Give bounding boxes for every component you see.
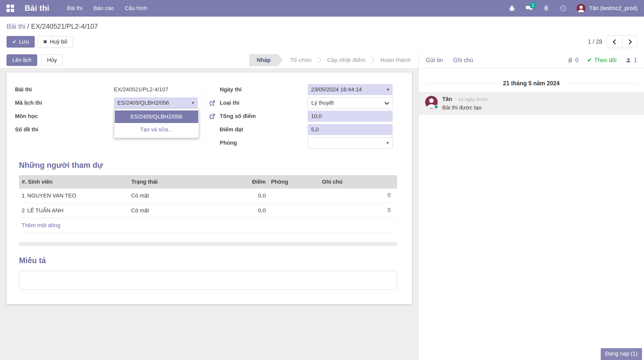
statusbar: Nháp Tổ chức Cập nhật điểm Hoàn thành [249, 54, 418, 66]
send-message-button[interactable]: Gửi tin [426, 57, 443, 64]
screen: Bài thi Bài thi Báo cáo Cấu hình 1 [0, 0, 644, 360]
field-label-diem-dat: Điểm đạt [208, 126, 308, 133]
column-header-ghi-chu[interactable]: Ghi chú [319, 176, 382, 188]
attendance-status: Có mặt [129, 203, 206, 218]
exam-type-select[interactable]: Lý thuyết [308, 97, 393, 108]
check-icon: ✔ [12, 39, 17, 44]
user-menu[interactable]: Tân (testmc2_prod) [577, 4, 637, 13]
breadcrumb-parent[interactable]: Bài thi [7, 23, 25, 30]
score-cell: 0,0 [206, 203, 268, 218]
room-cell [268, 188, 319, 203]
pager-value: 1 / 28 [588, 38, 602, 45]
column-header-diem[interactable]: Điểm [206, 176, 268, 188]
pager: 1 / 28 [588, 35, 637, 48]
note-cell [319, 203, 382, 218]
exam-name-value: EX/240521/PL2-4/107 [114, 86, 169, 93]
follower-person-icon [625, 57, 632, 63]
chatter-message: Tân - 16 ngày trước Bài thi được tạo [419, 92, 644, 115]
user-name: Tân (testmc2_prod) [589, 5, 637, 12]
activity-clock-icon[interactable] [559, 5, 567, 12]
bell-icon[interactable] [542, 5, 550, 12]
breadcrumb-current: EX/240521/PL2-4/107 [31, 23, 98, 30]
delete-row-button[interactable] [386, 207, 392, 213]
dropdown-create-edit-option[interactable]: Tạo và sửa... [114, 123, 199, 136]
attachments-button[interactable]: 0 [567, 57, 579, 64]
online-status-dot [434, 105, 438, 109]
column-header-sinh-vien[interactable]: #. Sinh viên [19, 176, 129, 188]
cancel-button[interactable]: Hủy [41, 54, 63, 66]
field-label-mon-hoc: Môn học [15, 113, 114, 119]
attendees-section-title: Những người tham dự [19, 161, 397, 170]
pager-previous-button[interactable] [607, 36, 622, 48]
caret-down-icon: ▾ [387, 87, 389, 92]
field-label-so-de-thi: Số đề thi [15, 126, 114, 133]
attendee-row[interactable]: 2LÊ TUẤN ANH Có mặt 0,0 [19, 203, 397, 218]
message-author[interactable]: Tân [442, 96, 452, 102]
menu-cau-hinh[interactable]: Cấu hình [125, 5, 147, 12]
menu-bai-thi[interactable]: Bài thi [67, 5, 82, 12]
user-avatar [577, 4, 586, 13]
attendance-status: Có mặt [129, 188, 206, 203]
check-icon: ✔ [587, 57, 592, 64]
form-sheet: Bài thi EX/240521/PL2-4/107 Mã lịch thi … [7, 72, 412, 304]
message-body: Bài thi được tạo [442, 104, 488, 111]
column-header-actions [382, 176, 397, 188]
chevron-down-icon [384, 100, 389, 105]
dropdown-option[interactable]: ES/2405/QLBH2/056 [115, 110, 198, 123]
external-link-icon[interactable] [209, 99, 216, 107]
field-label-ngay-thi: Ngày thi [208, 86, 308, 93]
main-area: Bài thi EX/240521/PL2-4/107 Mã lịch thi … [0, 68, 644, 360]
delete-row-button[interactable] [386, 192, 392, 198]
app-title[interactable]: Bài thi [25, 4, 49, 13]
schedule-button[interactable]: Lên lịch [7, 54, 37, 66]
menu-bao-cao[interactable]: Báo cáo [93, 5, 114, 12]
description-textarea[interactable] [19, 271, 397, 290]
breadcrumb-separator: / [25, 23, 31, 30]
status-step-cap-nhat-diem[interactable]: Cập nhật điểm [319, 54, 373, 66]
field-label-bai-thi: Bài thi [15, 86, 114, 93]
toolbar-row: Lên lịch Hủy Nháp Tổ chức Cập nhật điểm … [0, 52, 644, 68]
status-step-nhap[interactable]: Nháp [249, 54, 283, 66]
loading-badge: Đang nạp (1) [601, 348, 642, 360]
trash-icon [386, 207, 392, 213]
log-note-button[interactable]: Ghi chú [453, 57, 473, 64]
room-input[interactable]: ▾ [308, 137, 393, 148]
paperclip-icon [567, 57, 573, 63]
pager-next-button[interactable] [622, 36, 637, 48]
pass-score-input[interactable]: 5,0 [308, 124, 393, 135]
trash-icon [386, 192, 392, 198]
navbar-right: 1 Tân (testmc2_prod) [508, 4, 637, 13]
apps-grid-icon[interactable] [7, 5, 14, 12]
student-name: LÊ TUẤN ANH [27, 207, 63, 214]
room-cell [268, 203, 319, 218]
add-row-link[interactable]: Thêm một dòng [19, 218, 397, 233]
external-link-icon[interactable] [209, 112, 216, 120]
attendee-row[interactable]: 1NGUYEN VAN TEO Có mặt 0,0 [19, 188, 397, 203]
description-section-title: Miêu tả [19, 256, 397, 265]
bug-icon[interactable] [508, 5, 516, 12]
exam-date-input[interactable]: 23/05/2024 16:44:14 ▾ [308, 84, 393, 95]
save-button[interactable]: ✔ Lưu [7, 36, 35, 48]
score-cell: 0,0 [206, 188, 268, 203]
followers-button[interactable]: 1 [625, 57, 637, 64]
status-step-to-chuc[interactable]: Tổ chức [283, 54, 320, 66]
message-author-avatar[interactable] [425, 96, 438, 108]
status-step-hoan-thanh[interactable]: Hoàn thành [373, 54, 418, 66]
discard-button[interactable]: ✖ Huỷ bỏ [37, 36, 73, 48]
message-time: - 16 ngày trước [455, 97, 488, 102]
main-menu: Bài thi Báo cáo Cấu hình [67, 5, 147, 12]
attendees-table: #. Sinh viên Trạng thái Điểm Phòng Ghi c… [19, 175, 397, 218]
follow-button[interactable]: ✔ Theo dõi [587, 57, 617, 64]
horizontal-scrollbar[interactable] [19, 242, 397, 246]
column-header-phong[interactable]: Phòng [268, 176, 319, 188]
student-name: NGUYEN VAN TEO [27, 192, 76, 199]
field-label-ma-lich-thi: Mã lịch thi [15, 100, 114, 106]
note-cell [319, 188, 382, 203]
chevron-left-icon [613, 39, 618, 44]
schedule-code-input[interactable]: ES/2405/QLBH2/056 ▾ [114, 97, 198, 108]
chatter-column: 21 tháng 5 năm 2024 Tân - 16 ngày trước … [418, 68, 644, 360]
column-header-trang-thai[interactable]: Trạng thái [129, 176, 206, 188]
total-score-input[interactable]: 10,0 [308, 111, 393, 122]
state-action-buttons: Lên lịch Hủy [7, 54, 63, 66]
messages-icon[interactable]: 1 [525, 5, 533, 12]
